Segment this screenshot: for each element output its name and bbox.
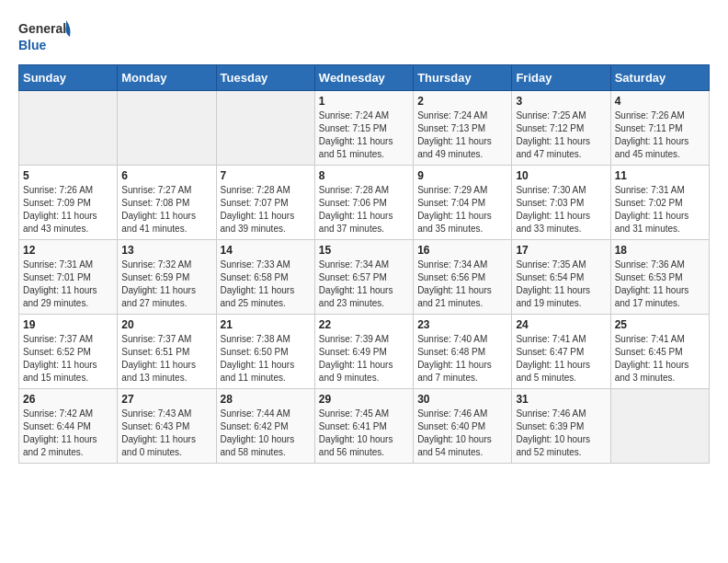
weekday-header-saturday: Saturday <box>610 65 709 91</box>
calendar-cell <box>610 389 709 464</box>
day-info: Sunrise: 7:24 AM Sunset: 7:15 PM Dayligh… <box>319 109 409 161</box>
calendar-cell: 2Sunrise: 7:24 AM Sunset: 7:13 PM Daylig… <box>414 91 512 166</box>
day-number: 15 <box>319 244 409 257</box>
svg-text:Blue: Blue <box>18 38 47 52</box>
day-info: Sunrise: 7:41 AM Sunset: 6:47 PM Dayligh… <box>516 333 606 385</box>
day-info: Sunrise: 7:36 AM Sunset: 6:53 PM Dayligh… <box>615 259 705 310</box>
day-number: 10 <box>516 169 606 182</box>
day-number: 2 <box>417 95 507 108</box>
day-number: 24 <box>516 318 606 331</box>
calendar-cell: 9Sunrise: 7:29 AM Sunset: 7:04 PM Daylig… <box>414 166 512 240</box>
day-info: Sunrise: 7:34 AM Sunset: 6:56 PM Dayligh… <box>417 259 507 310</box>
weekday-header-friday: Friday <box>512 65 610 91</box>
day-number: 11 <box>615 169 705 182</box>
day-number: 29 <box>319 393 409 406</box>
day-info: Sunrise: 7:46 AM Sunset: 6:39 PM Dayligh… <box>516 408 606 459</box>
calendar-table: SundayMondayTuesdayWednesdayThursdayFrid… <box>18 64 710 464</box>
calendar-cell <box>118 91 216 166</box>
day-number: 9 <box>417 169 507 182</box>
calendar-cell: 6Sunrise: 7:27 AM Sunset: 7:08 PM Daylig… <box>118 166 216 240</box>
day-number: 27 <box>121 393 211 406</box>
calendar-cell: 23Sunrise: 7:40 AM Sunset: 6:48 PM Dayli… <box>414 315 512 389</box>
day-info: Sunrise: 7:44 AM Sunset: 6:42 PM Dayligh… <box>221 408 311 459</box>
day-number: 21 <box>221 318 311 331</box>
calendar-cell: 8Sunrise: 7:28 AM Sunset: 7:06 PM Daylig… <box>314 166 413 240</box>
calendar-cell: 7Sunrise: 7:28 AM Sunset: 7:07 PM Daylig… <box>216 166 314 240</box>
calendar-cell: 13Sunrise: 7:32 AM Sunset: 6:59 PM Dayli… <box>118 240 216 315</box>
calendar-cell: 26Sunrise: 7:42 AM Sunset: 6:44 PM Dayli… <box>19 389 118 464</box>
day-number: 5 <box>23 169 113 182</box>
calendar-cell: 24Sunrise: 7:41 AM Sunset: 6:47 PM Dayli… <box>512 315 610 389</box>
day-info: Sunrise: 7:28 AM Sunset: 7:07 PM Dayligh… <box>221 184 311 236</box>
logo: GeneralBlue <box>18 18 74 55</box>
day-number: 28 <box>221 393 311 406</box>
calendar-cell: 5Sunrise: 7:26 AM Sunset: 7:09 PM Daylig… <box>19 166 118 240</box>
day-info: Sunrise: 7:42 AM Sunset: 6:44 PM Dayligh… <box>23 408 113 459</box>
day-info: Sunrise: 7:35 AM Sunset: 6:54 PM Dayligh… <box>516 259 606 310</box>
day-info: Sunrise: 7:45 AM Sunset: 6:41 PM Dayligh… <box>319 408 409 459</box>
day-info: Sunrise: 7:41 AM Sunset: 6:45 PM Dayligh… <box>615 333 705 385</box>
calendar-cell: 25Sunrise: 7:41 AM Sunset: 6:45 PM Dayli… <box>610 315 709 389</box>
calendar-cell: 29Sunrise: 7:45 AM Sunset: 6:41 PM Dayli… <box>314 389 413 464</box>
day-number: 31 <box>516 393 606 406</box>
day-info: Sunrise: 7:37 AM Sunset: 6:52 PM Dayligh… <box>23 333 113 385</box>
calendar-cell: 11Sunrise: 7:31 AM Sunset: 7:02 PM Dayli… <box>610 166 709 240</box>
weekday-header-wednesday: Wednesday <box>314 65 413 91</box>
calendar-cell: 1Sunrise: 7:24 AM Sunset: 7:15 PM Daylig… <box>314 91 413 166</box>
day-number: 19 <box>23 318 113 331</box>
calendar-cell: 12Sunrise: 7:31 AM Sunset: 7:01 PM Dayli… <box>19 240 118 315</box>
calendar-week-row: 12Sunrise: 7:31 AM Sunset: 7:01 PM Dayli… <box>19 240 710 315</box>
calendar-week-row: 5Sunrise: 7:26 AM Sunset: 7:09 PM Daylig… <box>19 166 710 240</box>
calendar-cell: 28Sunrise: 7:44 AM Sunset: 6:42 PM Dayli… <box>216 389 314 464</box>
day-info: Sunrise: 7:27 AM Sunset: 7:08 PM Dayligh… <box>121 184 211 236</box>
logo-icon: GeneralBlue <box>18 18 74 55</box>
day-info: Sunrise: 7:34 AM Sunset: 6:57 PM Dayligh… <box>319 259 409 310</box>
day-info: Sunrise: 7:28 AM Sunset: 7:06 PM Dayligh… <box>319 184 409 236</box>
day-number: 14 <box>221 244 311 257</box>
day-number: 23 <box>417 318 507 331</box>
calendar-cell <box>216 91 314 166</box>
calendar-cell: 31Sunrise: 7:46 AM Sunset: 6:39 PM Dayli… <box>512 389 610 464</box>
day-number: 16 <box>417 244 507 257</box>
day-number: 20 <box>121 318 211 331</box>
calendar-cell: 21Sunrise: 7:38 AM Sunset: 6:50 PM Dayli… <box>216 315 314 389</box>
day-number: 26 <box>23 393 113 406</box>
day-info: Sunrise: 7:26 AM Sunset: 7:09 PM Dayligh… <box>23 184 113 236</box>
day-number: 4 <box>615 95 705 108</box>
weekday-header-tuesday: Tuesday <box>216 65 314 91</box>
calendar-cell: 4Sunrise: 7:26 AM Sunset: 7:11 PM Daylig… <box>610 91 709 166</box>
calendar-cell: 30Sunrise: 7:46 AM Sunset: 6:40 PM Dayli… <box>414 389 512 464</box>
day-info: Sunrise: 7:25 AM Sunset: 7:12 PM Dayligh… <box>516 109 606 161</box>
weekday-header-thursday: Thursday <box>414 65 512 91</box>
day-number: 8 <box>319 169 409 182</box>
calendar-cell: 18Sunrise: 7:36 AM Sunset: 6:53 PM Dayli… <box>610 240 709 315</box>
day-info: Sunrise: 7:32 AM Sunset: 6:59 PM Dayligh… <box>121 259 211 310</box>
weekday-header-sunday: Sunday <box>19 65 118 91</box>
calendar-week-row: 19Sunrise: 7:37 AM Sunset: 6:52 PM Dayli… <box>19 315 710 389</box>
calendar-cell: 10Sunrise: 7:30 AM Sunset: 7:03 PM Dayli… <box>512 166 610 240</box>
calendar-cell: 19Sunrise: 7:37 AM Sunset: 6:52 PM Dayli… <box>19 315 118 389</box>
day-number: 6 <box>121 169 211 182</box>
day-number: 17 <box>516 244 606 257</box>
day-info: Sunrise: 7:43 AM Sunset: 6:43 PM Dayligh… <box>121 408 211 459</box>
day-info: Sunrise: 7:30 AM Sunset: 7:03 PM Dayligh… <box>516 184 606 236</box>
day-number: 13 <box>121 244 211 257</box>
weekday-header-monday: Monday <box>118 65 216 91</box>
day-info: Sunrise: 7:31 AM Sunset: 7:02 PM Dayligh… <box>615 184 705 236</box>
day-number: 25 <box>615 318 705 331</box>
day-number: 18 <box>615 244 705 257</box>
day-info: Sunrise: 7:39 AM Sunset: 6:49 PM Dayligh… <box>319 333 409 385</box>
calendar-cell: 17Sunrise: 7:35 AM Sunset: 6:54 PM Dayli… <box>512 240 610 315</box>
day-info: Sunrise: 7:29 AM Sunset: 7:04 PM Dayligh… <box>417 184 507 236</box>
calendar-week-row: 26Sunrise: 7:42 AM Sunset: 6:44 PM Dayli… <box>19 389 710 464</box>
weekday-header-row: SundayMondayTuesdayWednesdayThursdayFrid… <box>19 65 710 91</box>
day-number: 30 <box>417 393 507 406</box>
day-info: Sunrise: 7:33 AM Sunset: 6:58 PM Dayligh… <box>221 259 311 310</box>
calendar-cell: 15Sunrise: 7:34 AM Sunset: 6:57 PM Dayli… <box>314 240 413 315</box>
calendar-week-row: 1Sunrise: 7:24 AM Sunset: 7:15 PM Daylig… <box>19 91 710 166</box>
calendar-cell: 22Sunrise: 7:39 AM Sunset: 6:49 PM Dayli… <box>314 315 413 389</box>
calendar-cell: 27Sunrise: 7:43 AM Sunset: 6:43 PM Dayli… <box>118 389 216 464</box>
day-info: Sunrise: 7:26 AM Sunset: 7:11 PM Dayligh… <box>615 109 705 161</box>
page-header: GeneralBlue <box>18 18 710 55</box>
svg-text:General: General <box>18 21 66 36</box>
